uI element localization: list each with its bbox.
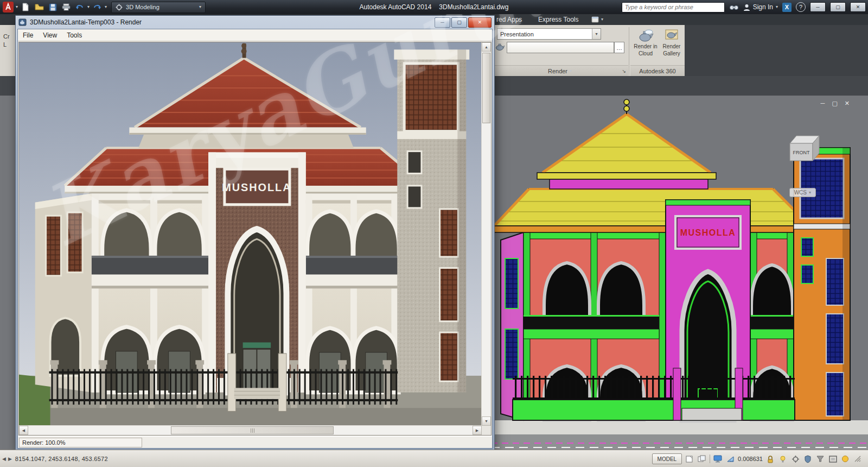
- help-icon[interactable]: ?: [796, 2, 806, 12]
- status-grip-icon[interactable]: [853, 454, 863, 464]
- render-output-field[interactable]: [507, 42, 614, 53]
- render-close-button[interactable]: ✕: [468, 17, 492, 28]
- titlebar-right-cluster: Sign In ▾ X ? ─ ▢ ✕: [622, 2, 868, 12]
- viewcube-front-face[interactable]: FRONT: [793, 150, 810, 155]
- app-close-button[interactable]: ✕: [850, 2, 866, 12]
- app-title-text: Autodesk AutoCAD 2014: [360, 3, 432, 11]
- quick-view-drawings-icon[interactable]: [697, 454, 707, 464]
- app-titlebar[interactable]: ▾ ▾ ▾: [0, 0, 868, 14]
- render-gallery-button[interactable]: Render Gallery: [660, 28, 684, 56]
- lock-icon[interactable]: [765, 454, 775, 464]
- vscroll-thumb[interactable]: [482, 53, 490, 123]
- menu-view[interactable]: View: [38, 29, 62, 41]
- render-statusbar: Render: 100.0%: [18, 436, 492, 448]
- document-title-text: 3DMusholla2Lantai.dwg: [439, 3, 508, 11]
- clean-screen-icon[interactable]: [828, 454, 838, 464]
- render-gallery-icon: [664, 28, 679, 43]
- render-hscrollbar[interactable]: ◀ ▶: [19, 425, 482, 435]
- scroll-up-icon[interactable]: ▲: [482, 42, 491, 52]
- scroll-left-icon[interactable]: ◀: [19, 426, 28, 435]
- annotation-monitor-icon[interactable]: [803, 454, 813, 464]
- save-icon[interactable]: [47, 2, 59, 12]
- autodesk-360-label: Autodesk 360: [639, 68, 675, 74]
- redo-icon[interactable]: [91, 2, 103, 12]
- tab-scroll-left-icon[interactable]: ◀: [2, 456, 6, 462]
- notification-icon[interactable]: [840, 454, 850, 464]
- isolate-objects-icon[interactable]: [815, 454, 825, 464]
- logo-caret-icon[interactable]: ▾: [16, 5, 18, 9]
- viewport-close-icon[interactable]: ✕: [845, 100, 850, 107]
- app-statusbar: ◀ ▶ 8154.1047, 2453.6148, 453.6572 MODEL…: [0, 450, 868, 467]
- annotation-scale-value[interactable]: 0.008631: [738, 456, 763, 462]
- coordinates-readout: 8154.1047, 2453.6148, 453.6572: [15, 456, 108, 462]
- ucs-label: WCS: [794, 190, 807, 195]
- render-window-titlebar[interactable]: 3DMusholla2Lantai-Temp003 - Render ─ ▢ ✕: [16, 16, 494, 29]
- panel-launcher-icon[interactable]: ↘: [622, 68, 626, 74]
- scroll-right-icon[interactable]: ▶: [473, 426, 482, 435]
- viewport-minimize-icon[interactable]: ─: [821, 100, 825, 107]
- mosque-sign-text: MUSHOLLA: [222, 181, 291, 193]
- viewport-restore-icon[interactable]: ▢: [832, 100, 837, 107]
- hardware-acceleration-icon[interactable]: [713, 454, 723, 464]
- render-in-cloud-button[interactable]: Render in Cloud: [631, 28, 660, 56]
- new-file-icon[interactable]: [20, 2, 31, 12]
- render-preset-caret-icon[interactable]: ▾: [592, 29, 601, 39]
- app-restore-button[interactable]: ▢: [830, 2, 846, 12]
- menu-file[interactable]: File: [18, 29, 38, 41]
- sign-in-button[interactable]: Sign In ▾: [743, 3, 778, 11]
- ribbon-options-icon[interactable]: ▾: [586, 14, 609, 25]
- ribbon-empty-area: [685, 25, 868, 76]
- render-restore-button[interactable]: ▢: [451, 17, 467, 28]
- panel-divider: [629, 27, 629, 76]
- render-canvas[interactable]: MUSHOLLA: [19, 42, 482, 426]
- render-window-buttons: ─ ▢ ✕: [435, 17, 492, 28]
- render-menubar: File View Tools: [18, 29, 492, 41]
- render-teapot-icon[interactable]: [495, 42, 505, 51]
- scroll-down-icon[interactable]: ▼: [482, 416, 491, 426]
- render-preset-select[interactable]: Presentation ▾: [497, 28, 601, 40]
- tab-express-tools[interactable]: Express Tools: [533, 14, 584, 25]
- autodesk-360-panel-strip[interactable]: Autodesk 360: [630, 65, 685, 76]
- render-panel-caret-icon: ▾: [570, 69, 572, 73]
- hscroll-thumb[interactable]: [171, 426, 334, 434]
- model-sign-text: MUSHOLLA: [680, 228, 736, 237]
- sign-in-label: Sign In: [753, 3, 773, 11]
- search-input[interactable]: [622, 2, 725, 12]
- autocad-logo[interactable]: [2, 2, 14, 12]
- undo-caret-icon[interactable]: ▾: [87, 5, 90, 9]
- exchange-apps-icon[interactable]: X: [782, 3, 792, 12]
- render-preset-value: Presentation: [497, 31, 534, 37]
- render-panel-strip[interactable]: Render ▾ ↘: [492, 65, 628, 76]
- ucs-selector[interactable]: WCS ▾: [789, 188, 816, 197]
- render-window-client: File View Tools: [17, 29, 493, 449]
- workspace-gear-status-icon[interactable]: [790, 454, 800, 464]
- app-minimize-button[interactable]: ─: [810, 2, 826, 12]
- viewcube[interactable]: FRONT: [781, 129, 822, 167]
- model-fence: [513, 368, 795, 420]
- annotation-visibility-icon[interactable]: [778, 454, 788, 464]
- quick-view-layouts-icon[interactable]: [685, 454, 694, 464]
- render-window-icon: [18, 18, 27, 26]
- render-minimize-button[interactable]: ─: [435, 17, 450, 28]
- browse-output-button[interactable]: …: [614, 42, 624, 53]
- entry-steps: [234, 388, 280, 399]
- workspace-gear-icon: [116, 4, 123, 11]
- undo-icon[interactable]: [74, 2, 86, 12]
- menu-tools[interactable]: Tools: [62, 29, 87, 41]
- statusbar-right-cluster: MODEL 0.008631: [652, 453, 868, 464]
- binoculars-search-icon[interactable]: [729, 3, 739, 11]
- scrollbar-corner: [482, 426, 491, 435]
- left-ribbon-sliver: Cr L: [0, 25, 15, 76]
- model-space-button[interactable]: MODEL: [652, 453, 682, 464]
- workspace-switcher[interactable]: 3D Modeling ▾: [111, 2, 206, 13]
- tab-scroll-right-icon[interactable]: ▶: [8, 456, 12, 462]
- annotation-scale-icon[interactable]: [725, 454, 735, 464]
- workspace-caret-icon: ▾: [199, 5, 201, 9]
- redo-caret-icon[interactable]: ▾: [105, 5, 107, 9]
- plot-icon[interactable]: [60, 2, 72, 12]
- tab-featured-apps[interactable]: red Apps: [491, 14, 527, 25]
- open-folder-icon[interactable]: [33, 2, 45, 12]
- left-panel-text-1: Cr: [0, 33, 15, 41]
- ucs-caret-icon: ▾: [809, 191, 811, 195]
- render-vscrollbar[interactable]: ▲ ▼: [481, 42, 491, 426]
